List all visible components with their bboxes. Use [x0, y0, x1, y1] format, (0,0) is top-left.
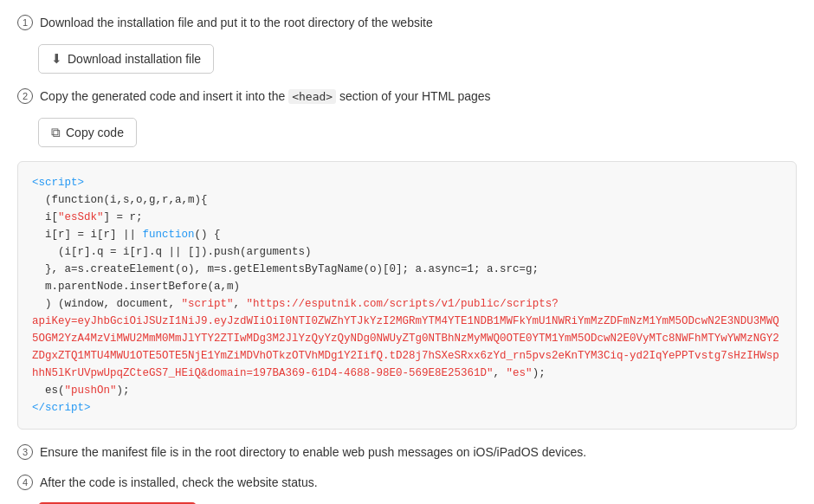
head-tag: <head> [288, 89, 336, 104]
step-4-row: 4 After the code is installed, check the… [17, 474, 797, 492]
step-3-row: 3 Ensure the manifest file is in the roo… [17, 443, 797, 462]
step-1-text: Download the installation file and put i… [40, 14, 433, 32]
step-1-number: 1 [17, 15, 33, 30]
step-2-row: 2 Copy the generated code and insert it … [17, 87, 797, 106]
step-3-text: Ensure the manifest file is in the root … [40, 443, 586, 462]
code-block: <script> (function(i,s,o,g,r,a,m){ i["es… [17, 161, 797, 430]
copy-button-label: Copy code [66, 126, 124, 139]
download-icon: ⬇ [51, 51, 62, 67]
step-1-row: 1 Download the installation file and put… [17, 14, 797, 32]
step-3-number: 3 [17, 444, 33, 460]
copy-code-button[interactable]: ⧉ Copy code [38, 118, 137, 147]
step-4-text: After the code is installed, check the w… [40, 474, 318, 492]
download-button-label: Download installation file [68, 52, 201, 66]
step-2-number: 2 [17, 88, 33, 104]
step-2-text: Copy the generated code and insert it in… [40, 87, 491, 106]
step-4-number: 4 [17, 475, 33, 490]
copy-icon: ⧉ [51, 125, 61, 140]
download-button[interactable]: ⬇ Download installation file [38, 44, 214, 74]
